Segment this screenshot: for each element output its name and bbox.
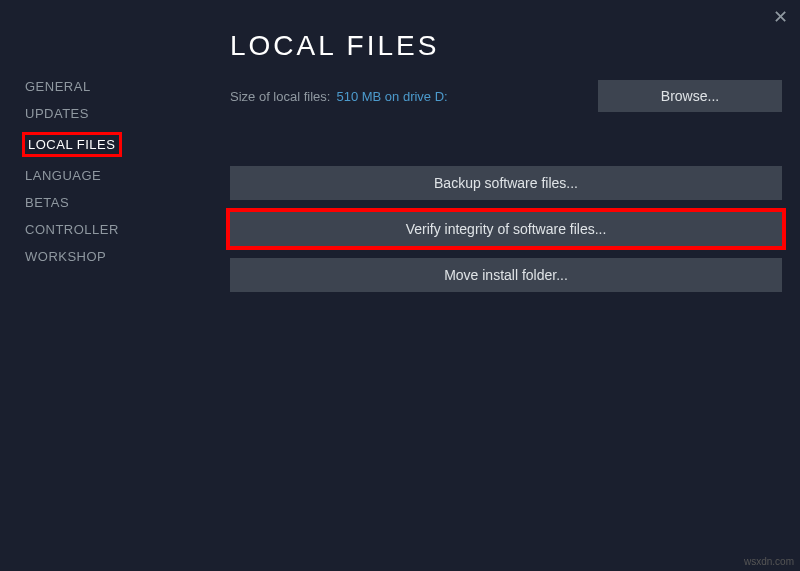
sidebar-item-workshop[interactable]: WORKSHOP	[22, 248, 122, 265]
close-icon[interactable]: ✕	[773, 8, 788, 26]
size-value: 510 MB on drive D:	[336, 89, 447, 104]
sidebar-item-general[interactable]: GENERAL	[22, 78, 122, 95]
sidebar-item-language[interactable]: LANGUAGE	[22, 167, 122, 184]
browse-button[interactable]: Browse...	[598, 80, 782, 112]
sidebar: GENERAL UPDATES LOCAL FILES LANGUAGE BET…	[22, 78, 122, 265]
verify-integrity-button[interactable]: Verify integrity of software files...	[230, 212, 782, 246]
size-info-row: Size of local files: 510 MB on drive D: …	[230, 80, 782, 112]
backup-button[interactable]: Backup software files...	[230, 166, 782, 200]
size-label: Size of local files:	[230, 89, 330, 104]
watermark: wsxdn.com	[744, 556, 794, 567]
action-buttons: Backup software files... Verify integrit…	[230, 166, 782, 292]
sidebar-item-updates[interactable]: UPDATES	[22, 105, 122, 122]
move-folder-button[interactable]: Move install folder...	[230, 258, 782, 292]
sidebar-item-local-files[interactable]: LOCAL FILES	[22, 132, 122, 157]
main-panel: LOCAL FILES Size of local files: 510 MB …	[230, 30, 782, 292]
page-title: LOCAL FILES	[230, 30, 782, 62]
sidebar-item-betas[interactable]: BETAS	[22, 194, 122, 211]
sidebar-item-controller[interactable]: CONTROLLER	[22, 221, 122, 238]
